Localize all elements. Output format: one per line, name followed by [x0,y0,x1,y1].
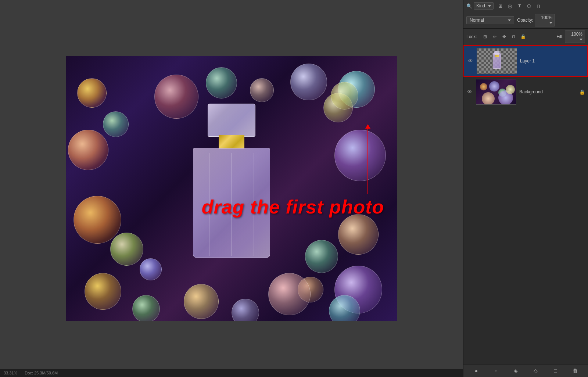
lock-position-icon[interactable]: ✥ [501,33,508,40]
status-bar: 33.31% Doc: 25.3M/50.6M [0,369,463,377]
layer1-visibility-toggle[interactable]: 👁 [467,58,474,64]
layers-panel: 🔍 Kind ⊞ ◎ T ⬡ ⊓ Normal [463,0,588,377]
filter-icons: ⊞ ◎ T ⬡ ⊓ [496,2,542,10]
lock-row: Lock: ⊞ ✏ ✥ ⊓ 🔒 Fill: 100% [463,29,588,45]
kind-dropdown[interactable]: Kind [474,2,494,10]
opacity-input[interactable]: 100% [535,14,555,26]
doc-info: Doc: 25.3M/50.6M [25,371,58,375]
kind-chevron-icon [488,5,491,7]
lock-image-icon[interactable]: ✏ [491,33,498,40]
new-fill-adjustment-icon[interactable]: ◈ [512,367,520,375]
fill-input[interactable]: 100% [565,30,585,43]
background-name: Background [519,89,576,94]
type-filter-icon[interactable]: T [516,2,523,10]
opacity-label: Opacity: [517,18,533,23]
canvas-area: drag the first photo 33.31% Doc: 25.3M/5… [0,0,463,377]
lock-transparency-icon[interactable]: ⊞ [481,33,489,40]
layers-bottom-toolbar: ● ○ ◈ ◇ □ 🗑 [463,364,588,377]
add-mask-icon[interactable]: ○ [492,367,500,375]
layer1-name: Layer 1 [520,58,584,64]
fill-chevron-icon [580,39,582,40]
blend-mode-value: Normal [470,18,484,23]
canvas-container: drag the first photo [66,56,397,321]
arrow-line [368,128,368,194]
smart-object-filter-icon[interactable]: ⊓ [535,2,542,10]
layer-item-layer1[interactable]: 👁 Layer 1 [463,45,588,77]
perfume-bottle [187,104,276,258]
add-style-icon[interactable]: ● [472,367,480,375]
search-icon: 🔍 [466,3,472,9]
delete-layer-icon[interactable]: 🗑 [571,367,579,375]
blend-mode-dropdown[interactable]: Normal [466,16,514,24]
app-layout: drag the first photo 33.31% Doc: 25.3M/5… [0,0,588,377]
layers-toolbar: 🔍 Kind ⊞ ◎ T ⬡ ⊓ [463,0,588,12]
new-group-icon[interactable]: ◇ [531,367,539,375]
background-thumbnail [476,79,516,105]
background-visibility-toggle[interactable]: 👁 [466,89,473,95]
lock-artboard-icon[interactable]: ⊓ [510,33,517,40]
layer1-thumbnail [477,48,517,74]
canvas-image[interactable]: drag the first photo [66,56,397,321]
blend-chevron-icon [508,19,511,21]
lock-icons: ⊞ ✏ ✥ ⊓ 🔒 [481,33,527,40]
opacity-row: Opacity: 100% [517,14,555,26]
drag-instruction-text: drag the first photo [202,196,384,218]
opacity-chevron-icon [549,22,552,24]
kind-label: Kind [476,3,485,8]
adjustment-filter-icon[interactable]: ◎ [506,2,513,10]
shape-filter-icon[interactable]: ⬡ [525,2,533,10]
zoom-level: 33.31% [4,371,17,375]
blend-mode-row: Normal Opacity: 100% [463,12,588,29]
layer-item-background[interactable]: 👁 Background 🔒 [463,77,588,107]
pixel-filter-icon[interactable]: ⊞ [496,2,504,10]
fill-row: Fill: 100% [556,30,585,43]
layers-list: 👁 Layer 1 👁 [463,45,588,364]
lock-label: Lock: [466,34,477,39]
fill-label: Fill: [556,34,563,39]
lock-all-icon[interactable]: 🔒 [520,33,527,40]
background-lock-icon: 🔒 [579,89,585,95]
new-layer-icon[interactable]: □ [551,367,559,375]
